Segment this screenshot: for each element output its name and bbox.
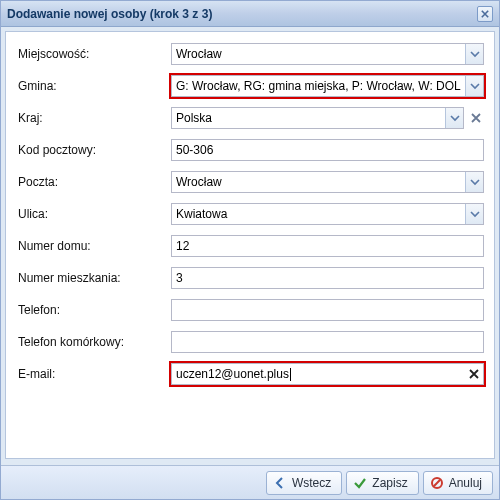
label-numer-mieszkania: Numer mieszkania:: [16, 271, 171, 285]
back-button-label: Wstecz: [292, 476, 331, 490]
field-telefon[interactable]: [171, 299, 484, 321]
input-numer-mieszkania[interactable]: [172, 268, 483, 288]
cancel-button-label: Anuluj: [449, 476, 482, 490]
label-telefon-kom: Telefon komórkowy:: [16, 335, 171, 349]
cancel-icon: [430, 476, 444, 490]
row-kod-pocztowy: Kod pocztowy:: [16, 138, 484, 162]
clear-email-button[interactable]: [465, 364, 483, 384]
field-kraj[interactable]: [171, 107, 464, 129]
field-telefon-kom[interactable]: [171, 331, 484, 353]
titlebar: Dodawanie nowej osoby (krok 3 z 3): [1, 1, 499, 27]
row-telefon: Telefon:: [16, 298, 484, 322]
label-telefon: Telefon:: [16, 303, 171, 317]
form-body: Miejscowość: Gmina: Kraj:: [5, 31, 495, 459]
input-gmina[interactable]: [172, 76, 465, 96]
input-telefon-kom[interactable]: [172, 332, 483, 352]
input-numer-domu[interactable]: [172, 236, 483, 256]
label-kod-pocztowy: Kod pocztowy:: [16, 143, 171, 157]
back-button[interactable]: Wstecz: [266, 471, 342, 495]
row-gmina: Gmina:: [16, 74, 484, 98]
chevron-down-icon: [470, 209, 480, 219]
chevron-down-icon: [470, 49, 480, 59]
row-numer-domu: Numer domu:: [16, 234, 484, 258]
save-button-label: Zapisz: [372, 476, 407, 490]
input-telefon[interactable]: [172, 300, 483, 320]
x-icon: [471, 113, 481, 123]
dropdown-trigger-ulica[interactable]: [465, 204, 483, 224]
dropdown-trigger-miejscowosc[interactable]: [465, 44, 483, 64]
label-poczta: Poczta:: [16, 175, 171, 189]
field-ulica[interactable]: [171, 203, 484, 225]
input-miejscowosc[interactable]: [172, 44, 465, 64]
field-gmina[interactable]: [171, 75, 484, 97]
dropdown-trigger-poczta[interactable]: [465, 172, 483, 192]
label-kraj: Kraj:: [16, 111, 171, 125]
window-title: Dodawanie nowej osoby (krok 3 z 3): [7, 7, 477, 21]
close-icon: [481, 10, 489, 18]
chevron-down-icon: [470, 81, 480, 91]
chevron-down-icon: [450, 113, 460, 123]
input-ulica[interactable]: [172, 204, 465, 224]
field-poczta[interactable]: [171, 171, 484, 193]
label-numer-domu: Numer domu:: [16, 239, 171, 253]
svg-line-1: [433, 479, 439, 485]
row-numer-mieszkania: Numer mieszkania:: [16, 266, 484, 290]
save-button[interactable]: Zapisz: [346, 471, 418, 495]
field-miejscowosc[interactable]: [171, 43, 484, 65]
row-miejscowosc: Miejscowość:: [16, 42, 484, 66]
x-icon: [469, 369, 479, 379]
row-telefon-kom: Telefon komórkowy:: [16, 330, 484, 354]
text-cursor: [290, 368, 291, 381]
field-numer-mieszkania[interactable]: [171, 267, 484, 289]
input-email[interactable]: uczen12@uonet.plus: [172, 364, 465, 384]
window-close-button[interactable]: [477, 6, 493, 22]
label-miejscowosc: Miejscowość:: [16, 47, 171, 61]
cancel-button[interactable]: Anuluj: [423, 471, 493, 495]
check-icon: [353, 476, 367, 490]
field-numer-domu[interactable]: [171, 235, 484, 257]
input-kraj[interactable]: [172, 108, 445, 128]
row-email: E-mail: uczen12@uonet.plus: [16, 362, 484, 386]
dropdown-trigger-kraj[interactable]: [445, 108, 463, 128]
dialog-window: Dodawanie nowej osoby (krok 3 z 3) Miejs…: [0, 0, 500, 500]
arrow-left-icon: [273, 476, 287, 490]
input-poczta[interactable]: [172, 172, 465, 192]
input-kod-pocztowy[interactable]: [172, 140, 483, 160]
dropdown-trigger-gmina[interactable]: [465, 76, 483, 96]
dialog-footer: Wstecz Zapisz Anuluj: [1, 465, 499, 499]
chevron-down-icon: [470, 177, 480, 187]
field-email[interactable]: uczen12@uonet.plus: [171, 363, 484, 385]
row-ulica: Ulica:: [16, 202, 484, 226]
row-kraj: Kraj:: [16, 106, 484, 130]
label-gmina: Gmina:: [16, 79, 171, 93]
label-ulica: Ulica:: [16, 207, 171, 221]
email-text: uczen12@uonet.plus: [176, 367, 289, 381]
clear-kraj-button[interactable]: [468, 107, 484, 129]
row-poczta: Poczta:: [16, 170, 484, 194]
label-email: E-mail:: [16, 367, 171, 381]
field-kod-pocztowy[interactable]: [171, 139, 484, 161]
